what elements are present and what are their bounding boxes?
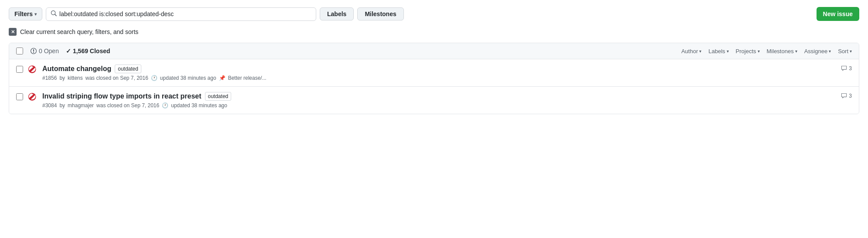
issue-title-line-1: Automate changelog outdated <box>42 65 836 73</box>
issue-meta-1: #1856 by kittens was closed on Sep 7, 20… <box>42 75 836 81</box>
author-label: Author <box>681 48 698 54</box>
search-icon <box>51 10 57 18</box>
issue-by-2: by <box>59 102 65 109</box>
assignee-label: Assignee <box>804 48 827 54</box>
page-wrapper: Filters ▾ Labels Milestones New issue ✕ … <box>0 0 868 121</box>
projects-label: Projects <box>736 48 756 54</box>
milestones-label: Milestones <box>365 10 396 17</box>
clock-icon-1: 🕐 <box>151 75 157 81</box>
issue-title-2[interactable]: Invalid striping flow type imports in re… <box>42 92 202 100</box>
labels-label: Labels <box>327 10 346 17</box>
labels-button[interactable]: Labels <box>320 7 354 20</box>
sort-chevron-icon: ▾ <box>850 49 852 54</box>
author-filter[interactable]: Author ▾ <box>681 48 701 54</box>
milestones-filter[interactable]: Milestones ▾ <box>767 48 797 54</box>
closed-issue-icon <box>28 65 37 74</box>
filters-button[interactable]: Filters ▾ <box>9 7 42 20</box>
issue-row: Automate changelog outdated #1856 by kit… <box>9 59 859 87</box>
issue-closed-1: was closed on Sep 7, 2016 <box>85 75 148 81</box>
issue-checkbox-1[interactable] <box>16 66 23 73</box>
clear-search-text: Clear current search query, filters, and… <box>20 28 138 35</box>
issue-updated-1: updated 38 minutes ago <box>160 75 216 81</box>
author-chevron-icon: ▾ <box>699 49 701 54</box>
new-issue-button[interactable]: New issue <box>817 7 859 21</box>
closed-issue-icon-2 <box>28 92 37 101</box>
issue-updated-2: updated 38 minutes ago <box>171 102 227 109</box>
milestones-chevron-icon: ▾ <box>795 49 797 54</box>
filters-label: Filters <box>14 10 33 17</box>
issue-number-2: #3084 <box>42 102 57 109</box>
issue-label-badge-2[interactable]: outdated <box>205 92 232 101</box>
search-input[interactable] <box>59 10 311 17</box>
issue-comments-2[interactable]: 3 <box>841 93 852 99</box>
assignee-chevron-icon: ▾ <box>829 49 831 54</box>
sort-label: Sort <box>838 48 848 54</box>
milestones-filter-label: Milestones <box>767 48 794 54</box>
open-filter[interactable]: 0 Open <box>30 48 59 54</box>
pin-icon-1: 📌 <box>219 75 226 81</box>
issue-meta-2: #3084 by mhagmajer was closed on Sep 7, … <box>42 102 836 109</box>
issue-author-1[interactable]: kittens <box>68 75 83 81</box>
open-count: 0 Open <box>39 48 59 54</box>
issue-checkbox-2[interactable] <box>16 93 23 100</box>
issue-comment-count-2: 3 <box>849 93 852 99</box>
issue-content-2: Invalid striping flow type imports in re… <box>42 92 836 109</box>
issue-row-2: Invalid striping flow type imports in re… <box>9 87 859 114</box>
issue-content-1: Automate changelog outdated #1856 by kit… <box>42 65 836 81</box>
sort-filter[interactable]: Sort ▾ <box>838 48 852 54</box>
filters-chevron-icon: ▾ <box>34 12 37 17</box>
clear-search[interactable]: ✕ Clear current search query, filters, a… <box>9 28 859 36</box>
labels-filter-label: Labels <box>708 48 725 54</box>
clock-icon-2: 🕐 <box>162 102 168 109</box>
issue-title-line-2: Invalid striping flow type imports in re… <box>42 92 836 101</box>
labels-filter[interactable]: Labels ▾ <box>708 48 728 54</box>
issue-author-2[interactable]: mhagmajer <box>68 102 94 109</box>
search-box[interactable] <box>46 7 316 21</box>
issues-container: 0 Open ✓ 1,569 Closed Author ▾ Labels ▾ … <box>9 43 859 114</box>
top-bar: Filters ▾ Labels Milestones New issue <box>9 7 859 21</box>
issues-header: 0 Open ✓ 1,569 Closed Author ▾ Labels ▾ … <box>9 43 859 59</box>
issue-comment-count-1: 3 <box>849 65 852 71</box>
issue-title-1[interactable]: Automate changelog <box>42 65 111 73</box>
assignee-filter[interactable]: Assignee ▾ <box>804 48 831 54</box>
clear-search-icon: ✕ <box>9 28 17 36</box>
issue-by-1: by <box>59 75 65 81</box>
projects-filter[interactable]: Projects ▾ <box>736 48 760 54</box>
issue-label-badge-1[interactable]: outdated <box>115 65 141 73</box>
new-issue-label: New issue <box>823 10 853 17</box>
issue-closed-2: was closed on Sep 7, 2016 <box>96 102 159 109</box>
issue-comments-1[interactable]: 3 <box>841 65 852 71</box>
issue-number-1: #1856 <box>42 75 57 81</box>
issue-milestone-1: Better release/... <box>228 75 267 81</box>
select-all-checkbox[interactable] <box>16 48 23 54</box>
milestones-button[interactable]: Milestones <box>357 7 403 20</box>
closed-count: 1,569 Closed <box>73 48 110 54</box>
projects-chevron-icon: ▾ <box>758 49 760 54</box>
closed-filter[interactable]: ✓ 1,569 Closed <box>66 48 110 54</box>
labels-chevron-icon: ▾ <box>727 49 729 54</box>
